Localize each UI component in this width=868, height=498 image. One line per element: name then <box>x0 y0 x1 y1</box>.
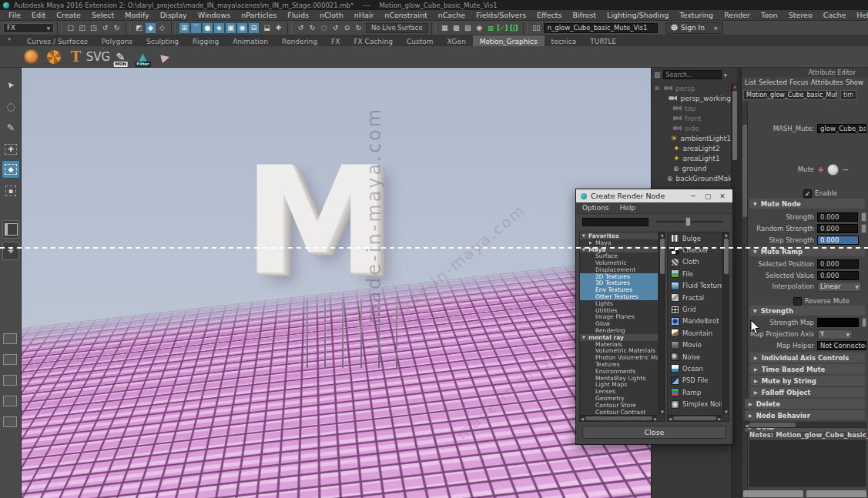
history-toggle-icon[interactable]: ↺ <box>330 22 341 34</box>
scroll-right-icon[interactable]: ▶ <box>718 416 721 421</box>
shelf-tab[interactable]: Motion_Graphics <box>473 35 545 46</box>
dialog-title-bar[interactable]: Create Render Node ─ ▢ ✕ <box>576 189 732 202</box>
scrollbar-thumb[interactable] <box>585 416 652 420</box>
menu-item[interactable]: Fields/Solvers <box>471 11 531 19</box>
undo-icon[interactable]: ↺ <box>99 22 111 34</box>
paint-select-tool[interactable]: ✎ <box>2 119 20 137</box>
panel-menu-icon[interactable]: ▥ <box>654 71 661 79</box>
map-helper-field[interactable]: Not Connected <box>817 341 866 350</box>
close-button[interactable]: Close <box>582 426 726 439</box>
step-strength-input[interactable]: 0.000 <box>817 236 859 245</box>
bottom-button[interactable] <box>743 490 803 497</box>
category-tree-item[interactable]: MentalRay Lights <box>580 375 658 382</box>
attribute-editor-menu-item[interactable]: Focus <box>789 79 808 86</box>
dialog-menu-item[interactable]: Help <box>620 204 636 212</box>
mash-mute-field[interactable]: glow_Cube_basic <box>817 124 866 133</box>
category-tree-item[interactable]: Env Textures <box>580 286 658 293</box>
node-tab-partial[interactable]: tim <box>840 90 856 100</box>
minimize-button[interactable]: ─ <box>688 192 699 200</box>
section-mute-ramp[interactable]: ▼ Mute Ramp <box>749 246 865 256</box>
mute-swatch[interactable] <box>827 164 839 175</box>
tree-hscrollbar[interactable]: ◀ ▶ <box>580 415 658 421</box>
menu-item[interactable]: nHair <box>349 11 380 19</box>
strength-map-swatch[interactable] <box>817 318 859 327</box>
status-divider[interactable] <box>57 22 62 34</box>
scale-tool[interactable]: ▪ <box>2 182 20 200</box>
scroll-left-icon[interactable]: ◀ <box>581 416 584 421</box>
snap-projected-center-icon[interactable]: ◈ <box>213 22 225 34</box>
category-tree-item[interactable]: Light Maps <box>580 382 658 389</box>
mute-remove-button[interactable]: − <box>842 165 849 175</box>
layout-preset-button[interactable] <box>3 396 17 406</box>
outliner-item[interactable]: areaLight1 <box>652 153 731 163</box>
shelf-tab[interactable]: FX Caching <box>347 35 400 46</box>
menu-item[interactable]: Help <box>851 11 868 19</box>
highlight-selection-icon[interactable]: ✚ <box>273 22 284 34</box>
svg-tool-icon[interactable]: SVG <box>89 47 108 66</box>
attribute-editor-menu-item[interactable]: Selected <box>759 79 787 86</box>
interpolation-dropdown[interactable]: Linear ▼ <box>817 282 862 292</box>
strength-map-slider[interactable] <box>862 318 866 327</box>
dialog-menu-item[interactable]: Options <box>582 204 609 212</box>
menu-item[interactable]: nParticles <box>236 11 282 19</box>
shelf-tab[interactable]: XGen <box>440 35 472 46</box>
random-strength-slider[interactable] <box>861 224 866 233</box>
category-tree-item[interactable]: Displacement <box>580 266 658 273</box>
shelf-tab[interactable]: Sculpting <box>139 35 186 46</box>
type-tool-icon[interactable]: T <box>66 47 85 66</box>
shelf-tab[interactable]: FX <box>324 35 347 46</box>
render-node-item[interactable]: Fractal <box>668 292 722 303</box>
snap-grid-icon[interactable]: ⊞ <box>179 22 190 34</box>
close-icon[interactable]: ✕ <box>717 192 728 200</box>
menu-item[interactable]: nCloth <box>314 11 349 19</box>
render-node-item[interactable]: Checker <box>668 244 722 256</box>
expand-icon[interactable]: ⊞ <box>655 85 661 92</box>
shelf-tab[interactable]: Custom <box>400 35 440 46</box>
section-strength[interactable]: ▼ Strength <box>749 306 865 316</box>
category-tree-item[interactable]: Rendering <box>580 327 658 334</box>
tree-scrollbar[interactable]: ▲ ▼ <box>659 232 665 415</box>
category-tree-item[interactable]: Lights <box>580 300 658 307</box>
scroll-up-icon[interactable]: ▲ <box>659 232 665 238</box>
menu-item[interactable]: Effects <box>531 11 567 19</box>
collapsed-section[interactable]: ▶ Time Based Mute <box>750 364 865 374</box>
strength-input[interactable]: 0.000 <box>817 212 858 222</box>
lock-selection-icon[interactable]: ⬓ <box>261 22 273 34</box>
rotate-tool[interactable]: ◆ <box>2 160 20 179</box>
mdn-pencil-icon[interactable]: ✎ MDN <box>111 47 130 66</box>
category-tree-item[interactable]: Utilities <box>580 307 658 314</box>
attribute-editor-menu-item[interactable]: Show <box>846 79 863 86</box>
bottom-button[interactable] <box>806 490 866 497</box>
chevron-down-icon[interactable]: ▼ <box>724 72 728 78</box>
render-node-item[interactable]: Cloth <box>668 256 722 268</box>
collapsed-section[interactable]: ▶ Node Behavior <box>745 410 865 420</box>
panel-layout-icon[interactable]: ▯▯ <box>531 22 542 34</box>
category-tree-item[interactable]: Volumetric Materials <box>580 348 658 355</box>
outliner-persp-layout-button[interactable] <box>2 220 19 239</box>
collapsed-section[interactable]: ▶ Delete <box>745 399 865 409</box>
shelf-tab[interactable]: tecnica <box>545 35 584 46</box>
slider-thumb[interactable] <box>685 217 691 226</box>
symmetry-icon[interactable]: ↻ <box>353 22 364 34</box>
menu-item[interactable]: Texturing <box>674 11 719 19</box>
four-view-layout-button[interactable]: ✚ <box>2 242 19 260</box>
character-set-field[interactable]: n_glow_Cube_basic_Mute_Vis1 <box>544 23 658 33</box>
menu-item[interactable]: Modify <box>119 11 154 19</box>
menu-item[interactable]: nConstraint <box>379 11 432 19</box>
menu-item[interactable]: Create <box>51 11 86 19</box>
enable-checkbox[interactable]: ✓ <box>803 189 812 198</box>
letter-m-3d-object[interactable]: M <box>243 148 383 296</box>
menu-item[interactable]: Display <box>155 11 193 19</box>
selected-position-input[interactable]: 0.000 <box>817 259 859 269</box>
menu-item[interactable]: Cache <box>818 11 852 19</box>
filter-icon[interactable]: ▲ Filter <box>133 47 152 66</box>
attribute-editor-menu-item[interactable]: Attributes <box>811 79 843 86</box>
resolution-gate-icon[interactable]: [|] <box>508 22 520 34</box>
category-tree-item[interactable]: Lenses <box>580 388 658 395</box>
open-scene-icon[interactable]: ◰ <box>76 22 88 34</box>
scrollbar-thumb[interactable] <box>724 239 729 274</box>
node-tab[interactable]: Motion_glow_Cube_basic_Mute_Vis1 <box>743 90 837 100</box>
scroll-left-icon[interactable]: ◀ <box>744 423 749 428</box>
menu-item[interactable]: File <box>3 11 26 19</box>
shelf-tab[interactable]: TURTLE <box>583 35 623 46</box>
